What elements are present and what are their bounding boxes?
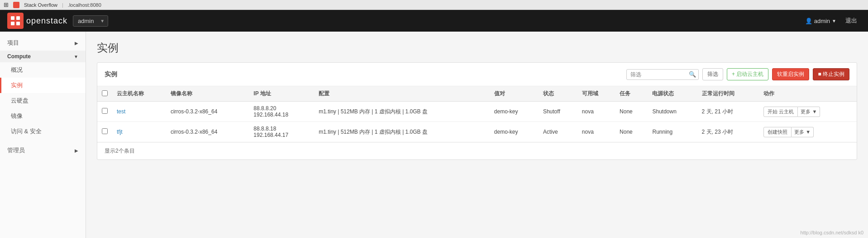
col-header-keypair: 值对	[490, 86, 539, 102]
col-header-az: 可用域	[577, 86, 615, 102]
sidebar-admin-header[interactable]: 管理员 ▶	[0, 143, 86, 158]
col-header-action: 动作	[759, 86, 857, 102]
top-nav-left: openstack admin ▼	[7, 13, 108, 29]
top-nav-right: 👤 admin ▼ 退出	[805, 15, 861, 27]
page-title: 实例	[97, 41, 857, 55]
user-icon: 👤	[805, 18, 812, 24]
row-checkbox-cell	[97, 122, 112, 142]
action-more-btn-0[interactable]: 更多 ▼	[798, 107, 820, 117]
terminate-instance-button[interactable]: ■ 终止实例	[813, 68, 849, 80]
row-actions-0: 开始 云主机 更多 ▼	[759, 102, 857, 122]
action-more-btn-1[interactable]: 更多 ▼	[792, 127, 814, 137]
panel-actions: 🔍 筛选 + 启动云主机 软重启实例 ■ 终止实例	[626, 68, 849, 80]
admin-dropdown-wrapper[interactable]: admin ▼	[73, 15, 108, 27]
content-area: 实例 实例 🔍 筛选 + 启动云主机 软重启实例 ■ 终止实例	[86, 32, 868, 238]
logo-icon	[7, 13, 24, 29]
admin-dropdown[interactable]: admin	[73, 15, 108, 27]
row-ip-1: 88.8.8.18 192.168.44.17	[249, 122, 314, 142]
admin-label: 管理员	[7, 146, 25, 154]
sidebar-item-instances[interactable]: 实例	[0, 78, 86, 93]
row-actions-1: 创建快照 更多 ▼	[759, 122, 857, 142]
row-task-0: None	[615, 102, 648, 122]
user-dropdown-icon: ▼	[832, 19, 836, 23]
row-keypair-1: demo-key	[490, 122, 539, 142]
search-input[interactable]	[626, 69, 699, 80]
row-status-0: Shutoff	[539, 102, 577, 122]
row-flavor-0: m1.tiny | 512MB 内存 | 1 虚拟内核 | 1.0GB 盘	[314, 102, 490, 122]
col-header-status: 状态	[539, 86, 577, 102]
col-header-power: 电源状态	[648, 86, 697, 102]
row-checkbox-0[interactable]	[102, 108, 108, 114]
row-name-1: tfjt	[112, 122, 166, 142]
row-uptime-1: 2 天, 23 小时	[697, 122, 759, 142]
row-name-0: test	[112, 102, 166, 122]
instance-name-link-0[interactable]: test	[117, 108, 125, 115]
search-wrapper: 🔍	[626, 69, 699, 80]
item-count: 显示2个条目	[105, 148, 135, 154]
svg-rect-0	[11, 16, 14, 20]
logo-text: openstack	[26, 16, 67, 26]
col-header-name: 云主机名称	[112, 86, 166, 102]
action-primary-btn-0[interactable]: 开始 云主机	[763, 107, 798, 117]
admin-username: admin	[814, 18, 830, 24]
table-footer: 显示2个条目	[97, 142, 857, 159]
project-label: 项目	[7, 39, 19, 47]
col-header-ip: IP 地址	[249, 86, 314, 102]
chevron-right-icon: ▶	[75, 41, 78, 46]
main-layout: 项目 ▶ Compute ▼ 概况 实例 云硬盘 镜像 访问 & 安全 管理员 …	[0, 32, 868, 238]
action-group-1: 创建快照 更多 ▼	[763, 127, 852, 137]
table-header-row: 云主机名称 镜像名称 IP 地址 配置 值对 状态 可用域 任务 电源状态 正常…	[97, 86, 857, 102]
row-image-0: cirros-0.3.2-x86_64	[166, 102, 249, 122]
svg-rect-1	[16, 16, 20, 20]
browser-tab-title: Stack Overflow	[24, 2, 57, 8]
row-keypair-0: demo-key	[490, 102, 539, 122]
browser-favicon	[13, 2, 19, 8]
action-primary-btn-1[interactable]: 创建快照	[763, 127, 792, 137]
chevron-down-icon: ▼	[74, 54, 78, 59]
row-power-0: Shutdown	[648, 102, 697, 122]
instance-name-link-1[interactable]: tfjt	[117, 129, 123, 135]
sidebar-item-volumes[interactable]: 云硬盘	[0, 93, 86, 108]
col-header-task: 任务	[615, 86, 648, 102]
sidebar-admin-section: 管理员 ▶	[0, 143, 86, 158]
row-az-0: nova	[577, 102, 615, 122]
action-group-0: 开始 云主机 更多 ▼	[763, 107, 852, 117]
sidebar: 项目 ▶ Compute ▼ 概况 实例 云硬盘 镜像 访问 & 安全 管理员 …	[0, 32, 86, 238]
reboot-instance-button[interactable]: 软重启实例	[772, 68, 809, 80]
admin-user-menu[interactable]: 👤 admin ▼	[805, 18, 836, 24]
row-flavor-1: m1.tiny | 512MB 内存 | 1 虚拟内核 | 1.0GB 盘	[314, 122, 490, 142]
compute-label: Compute	[7, 53, 31, 60]
row-checkbox-1[interactable]	[102, 128, 108, 134]
watermark: http://blog.csdn.net/sdksd k0	[801, 230, 863, 235]
row-status-1: Active	[539, 122, 577, 142]
select-all-checkbox[interactable]	[102, 90, 108, 96]
panel-header: 实例 🔍 筛选 + 启动云主机 软重启实例 ■ 终止实例	[97, 63, 857, 86]
panel-title: 实例	[105, 70, 117, 79]
table-row: tfjt cirros-0.3.2-x86_64 88.8.8.18 192.1…	[97, 122, 857, 142]
row-power-1: Running	[648, 122, 697, 142]
sidebar-item-overview[interactable]: 概况	[0, 62, 86, 78]
sidebar-item-images[interactable]: 镜像	[0, 108, 86, 124]
row-az-1: nova	[577, 122, 615, 142]
openstack-logo: openstack	[7, 13, 67, 29]
row-image-1: cirros-0.3.2-x86_64	[166, 122, 249, 142]
row-task-1: None	[615, 122, 648, 142]
row-uptime-0: 2 天, 21 小时	[697, 102, 759, 122]
select-all-header	[97, 86, 112, 102]
top-navigation: openstack admin ▼ 👤 admin ▼ 退出	[0, 10, 868, 32]
browser-separator: |	[62, 2, 63, 8]
app-grid-icon: ⊞	[4, 1, 9, 8]
instances-panel: 实例 🔍 筛选 + 启动云主机 软重启实例 ■ 终止实例	[97, 62, 857, 160]
exit-button[interactable]: 退出	[842, 15, 861, 27]
svg-rect-3	[16, 22, 20, 25]
table-row: test cirros-0.3.2-x86_64 88.8.8.20 192.1…	[97, 102, 857, 122]
sidebar-compute-group[interactable]: Compute ▼	[0, 51, 86, 62]
filter-button[interactable]: 筛选	[702, 68, 723, 80]
browser-url: .localhost:8080	[68, 2, 101, 8]
launch-instance-button[interactable]: + 启动云主机	[727, 68, 768, 80]
sidebar-item-access[interactable]: 访问 & 安全	[0, 124, 86, 139]
col-header-uptime: 正常运行时间	[697, 86, 759, 102]
col-header-flavor: 配置	[314, 86, 490, 102]
sidebar-project-header[interactable]: 项目 ▶	[0, 35, 86, 51]
search-icon-button[interactable]: 🔍	[689, 71, 696, 78]
